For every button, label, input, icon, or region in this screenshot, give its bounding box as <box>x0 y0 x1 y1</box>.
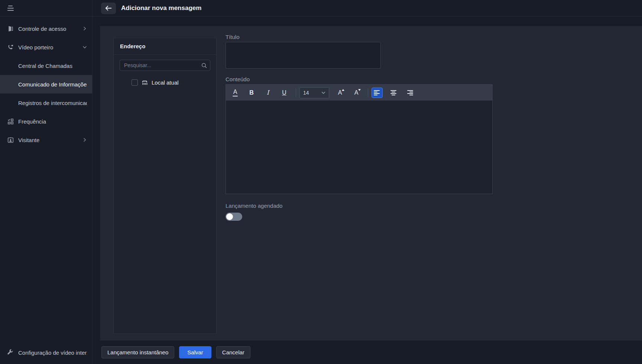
decrease-font-button[interactable]: A <box>351 88 362 98</box>
schedule-label: Lançamento agendado <box>226 203 282 209</box>
wrench-icon <box>7 349 14 356</box>
caret-up-icon <box>342 89 344 91</box>
sidebar-item-label: Configuração de vídeo inter... <box>18 350 87 356</box>
door-access-icon <box>7 25 14 32</box>
chevron-right-icon <box>82 26 87 31</box>
sidebar-item-frequencia[interactable]: Frequência <box>0 112 92 131</box>
page-header: Adicionar nova mensagem <box>93 0 642 17</box>
toolbar-divider <box>368 88 368 97</box>
arrow-left-icon <box>105 6 112 11</box>
title-input[interactable] <box>226 42 381 69</box>
title-label: Título <box>226 34 240 40</box>
underline-icon: U <box>282 89 286 96</box>
content-card: Endereço Local atual Título Conteúdo A <box>100 26 642 341</box>
align-center-button[interactable] <box>388 88 399 98</box>
sidebar-item-controle-de-acesso[interactable]: Controle de acesso <box>0 19 92 38</box>
align-center-icon <box>390 90 397 95</box>
align-left-icon <box>374 90 380 95</box>
address-tree-item-label: Local atual <box>152 79 179 86</box>
caret-down-icon <box>358 89 361 91</box>
sidebar-item-configuracao-de-video[interactable]: Configuração de vídeo inter... <box>0 341 92 364</box>
sidebar-item-central-de-chamadas[interactable]: Central de Chamadas <box>0 56 92 75</box>
sidebar-top <box>0 0 92 17</box>
address-panel: Endereço Local atual <box>113 38 217 334</box>
sidebar-item-label: Controle de acesso <box>18 26 66 32</box>
hamburger-menu-icon[interactable] <box>6 4 14 12</box>
sidebar-item-registros-de-intercomunicacao[interactable]: Registros de intercomunicaç... <box>0 94 92 112</box>
attendance-grid-icon <box>7 118 14 125</box>
italic-icon: I <box>267 89 269 96</box>
sidebar-item-label: Visitante <box>18 137 39 143</box>
cancel-button[interactable]: Cancelar <box>216 346 250 358</box>
sidebar-item-label: Comunicado de Informações <box>18 81 87 88</box>
video-intercom-icon <box>7 43 14 51</box>
address-tree-item-local-atual[interactable]: Local atual <box>114 79 216 86</box>
increase-font-button[interactable]: A <box>334 88 346 98</box>
sidebar: Controle de acesso Vídeo porteiro Centra… <box>0 0 93 364</box>
instant-release-button[interactable]: Lançamento instantâneo <box>101 346 174 358</box>
sidebar-item-label: Central de Chamadas <box>18 63 72 69</box>
local-atual-checkbox[interactable] <box>132 79 138 86</box>
back-button[interactable] <box>101 3 116 14</box>
content-label: Conteúdo <box>226 76 250 82</box>
font-size-select[interactable]: 14 <box>299 87 329 98</box>
content-editor[interactable] <box>226 101 492 194</box>
align-right-button[interactable] <box>404 88 415 98</box>
sidebar-item-label: Frequência <box>18 118 46 125</box>
align-right-icon <box>406 90 413 95</box>
address-search <box>120 60 210 71</box>
sidebar-item-comunicado-de-informacoes[interactable]: Comunicado de Informações <box>0 75 92 94</box>
address-panel-title: Endereço <box>114 38 216 55</box>
editor-toolbar: A B I U 14 A <box>226 85 492 101</box>
sidebar-item-video-porteiro[interactable]: Vídeo porteiro <box>0 38 92 56</box>
building-icon <box>142 79 148 86</box>
underline-button[interactable]: U <box>279 88 290 98</box>
schedule-toggle[interactable] <box>226 213 242 221</box>
save-button[interactable]: Salvar <box>179 346 211 358</box>
font-size-value: 14 <box>303 90 309 96</box>
visitor-badge-icon <box>7 136 14 144</box>
bold-icon: B <box>249 89 254 96</box>
page-title: Adicionar nova mensagem <box>121 4 201 12</box>
search-input[interactable] <box>120 60 210 71</box>
sidebar-item-label: Vídeo porteiro <box>18 44 53 50</box>
italic-button[interactable]: I <box>262 88 273 98</box>
rich-text-editor: A B I U 14 A <box>226 84 493 194</box>
chevron-down-icon <box>82 45 87 49</box>
toolbar-divider <box>296 88 296 97</box>
align-left-button[interactable] <box>372 88 383 98</box>
font-color-button[interactable]: A <box>230 88 241 98</box>
sidebar-menu: Controle de acesso Vídeo porteiro Centra… <box>0 19 92 149</box>
footer-action-bar: Lançamento instantâneo Salvar Cancelar <box>93 341 642 364</box>
toggle-knob <box>226 213 233 220</box>
bold-button[interactable]: B <box>246 88 257 98</box>
sidebar-item-visitante[interactable]: Visitante <box>0 131 92 149</box>
chevron-right-icon <box>82 138 87 142</box>
font-color-icon: A <box>233 89 238 96</box>
chevron-down-icon <box>321 91 325 94</box>
sidebar-item-label: Registros de intercomunicaç... <box>18 100 87 106</box>
search-icon <box>201 63 207 68</box>
